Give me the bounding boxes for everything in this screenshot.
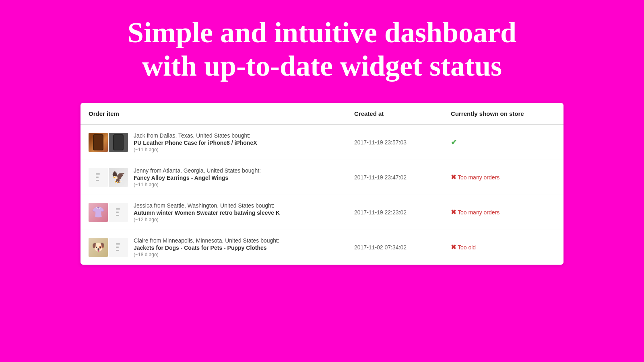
order-product-2: Autumn winter Women Sweater retro batwin…	[134, 210, 280, 216]
status-error-1: ✖ Too many orders	[451, 173, 555, 181]
order-time-1: (~11 h ago)	[134, 182, 261, 187]
order-product-1: Fancy Alloy Earrings - Angel Wings	[134, 175, 261, 181]
col-header-created-at: Created at	[346, 103, 443, 125]
status-cell-2: ✖ Too many orders	[443, 195, 564, 230]
status-error-3: ✖ Too old	[451, 243, 555, 251]
hero-line2: with up-to-date widget status	[142, 50, 502, 82]
order-product-3: Jackets for Dogs - Coats for Pets - Pupp…	[134, 245, 279, 251]
hero-line1: Simple and intuitive dashboard	[128, 16, 516, 49]
table-row: 👚 Jessica from Seattle, Washington, Unit…	[80, 195, 564, 230]
table-header-row: Order item Created at Currently shown on…	[80, 103, 564, 125]
status-cell-1: ✖ Too many orders	[443, 160, 564, 195]
order-cell-1: 🦅 Jenny from Atlanta, Georgia, United St…	[80, 160, 346, 195]
order-cell-3: 🐶 Claire from Minneapolis, Minnesota, Un…	[80, 230, 346, 265]
x-icon-1: ✖	[451, 173, 456, 181]
order-time-3: (~18 d ago)	[134, 252, 279, 257]
status-cell-3: ✖ Too old	[443, 230, 564, 265]
orders-table-container: Order item Created at Currently shown on…	[80, 103, 564, 265]
created-at-0: 2017-11-19 23:57:03	[346, 125, 443, 160]
table-row: Jack from Dallas, Texas, United States b…	[80, 125, 564, 160]
order-buyer-1: Jenny from Atlanta, Georgia, United Stat…	[134, 167, 261, 174]
status-error-2: ✖ Too many orders	[451, 208, 555, 216]
order-time-2: (~12 h ago)	[134, 217, 280, 222]
order-product-0: PU Leather Phone Case for iPhone8 / iPho…	[134, 140, 257, 146]
col-header-currently-shown: Currently shown on store	[443, 103, 564, 125]
order-buyer-3: Claire from Minneapolis, Minnesota, Unit…	[134, 237, 279, 244]
created-at-2: 2017-11-19 22:23:02	[346, 195, 443, 230]
created-at-1: 2017-11-19 23:47:02	[346, 160, 443, 195]
order-buyer-2: Jessica from Seattle, Washington, United…	[134, 202, 280, 209]
status-ok-icon-0: ✔	[451, 138, 457, 146]
hero-title: Simple and intuitive dashboard with up-t…	[0, 0, 644, 95]
order-buyer-0: Jack from Dallas, Texas, United States b…	[134, 132, 257, 139]
order-cell-2: 👚 Jessica from Seattle, Washington, Unit…	[80, 195, 346, 230]
order-time-0: (~11 h ago)	[134, 147, 257, 152]
table-row: 🦅 Jenny from Atlanta, Georgia, United St…	[80, 160, 564, 195]
order-cell-0: Jack from Dallas, Texas, United States b…	[80, 125, 346, 160]
status-cell-0: ✔	[443, 125, 564, 160]
col-header-order-item: Order item	[80, 103, 346, 125]
x-icon-2: ✖	[451, 208, 456, 216]
created-at-3: 2017-11-02 07:34:02	[346, 230, 443, 265]
x-icon-3: ✖	[451, 243, 456, 251]
table-row: 🐶 Claire from Minneapolis, Minnesota, Un…	[80, 230, 564, 265]
orders-table: Order item Created at Currently shown on…	[80, 103, 564, 265]
